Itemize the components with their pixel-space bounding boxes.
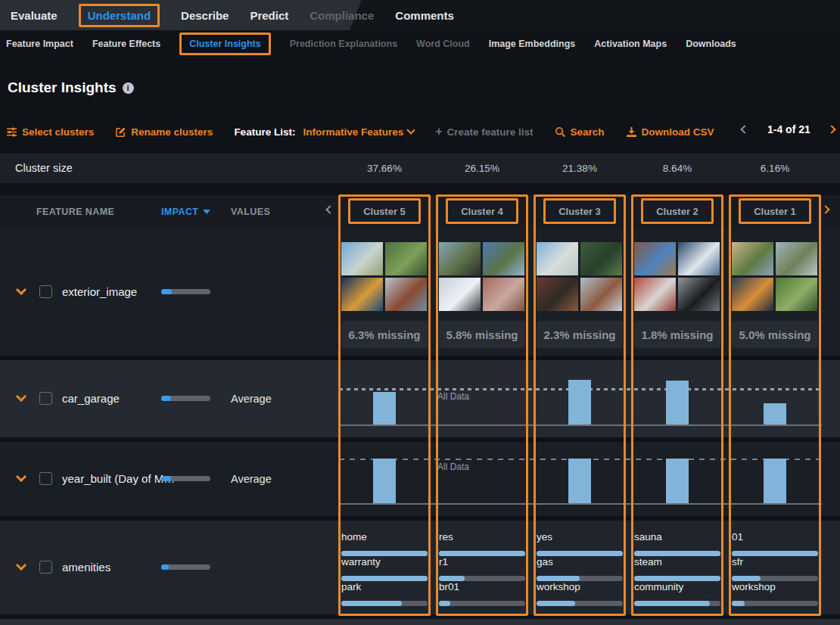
word-frequency-fill: [341, 551, 428, 556]
sub-nav-word-cloud: Word Cloud: [416, 39, 470, 49]
sample-image: [678, 242, 720, 275]
feature-name: car_garage: [62, 392, 120, 405]
top-nav-understand[interactable]: Understand: [79, 4, 160, 27]
sample-image: [580, 242, 622, 275]
amenity-word: workshop: [732, 581, 776, 592]
rename-clusters-button[interactable]: Rename clusters: [115, 126, 213, 138]
top-nav-comments[interactable]: Comments: [395, 9, 454, 22]
word-frequency-bar: [634, 576, 720, 581]
word-frequency-fill: [341, 601, 402, 606]
toolbar: Select clusters Rename clusters Feature …: [6, 121, 714, 142]
download-csv-button[interactable]: Download CSV: [626, 126, 714, 138]
sub-nav-feature-impact[interactable]: Feature Impact: [6, 39, 73, 49]
top-nav: Evaluate Understand Describe Predict Com…: [11, 0, 454, 30]
sub-nav-prediction-explanations: Prediction Explanations: [290, 39, 397, 49]
info-icon[interactable]: i: [123, 82, 134, 94]
cluster-bar: [666, 381, 689, 424]
cluster-column-header[interactable]: Cluster 1: [739, 198, 811, 224]
pagination-prev-icon[interactable]: [740, 125, 748, 133]
word-frequency-bar: [732, 601, 818, 606]
word-frequency-bar: [634, 601, 720, 606]
chart-baseline: [339, 424, 822, 426]
feature-value: Average: [231, 473, 272, 485]
impact-bar: [161, 476, 210, 481]
sample-image: [634, 242, 676, 275]
sub-nav-downloads[interactable]: Downloads: [686, 39, 736, 49]
pagination: 1-4 of 21: [742, 123, 835, 135]
word-frequency-fill: [439, 551, 525, 556]
impact-bar-fill: [161, 564, 169, 570]
row-checkbox[interactable]: [39, 472, 52, 485]
sample-image: [732, 278, 773, 311]
feature-value: Average: [231, 393, 272, 405]
amenity-word: workshop: [537, 581, 580, 592]
top-nav-describe[interactable]: Describe: [181, 9, 229, 22]
page-title: Cluster Insightsi: [8, 79, 134, 96]
word-frequency-bar: [537, 551, 623, 556]
word-frequency-bar: [537, 601, 623, 606]
search-button[interactable]: Search: [555, 126, 605, 138]
sample-image: [341, 242, 383, 275]
cluster-size-value: 26.15%: [439, 163, 525, 174]
word-frequency-bar: [537, 576, 623, 581]
feature-list-label: Feature List:: [234, 126, 295, 138]
sub-nav-activation-maps[interactable]: Activation Maps: [594, 39, 667, 49]
amenity-word: yes: [537, 531, 552, 543]
plus-icon: +: [435, 125, 442, 138]
amenity-word: steam: [634, 556, 662, 567]
amenity-word: br01: [439, 581, 459, 592]
sample-image: [634, 278, 676, 311]
word-frequency-bar: [439, 601, 525, 606]
sample-image: [537, 278, 578, 311]
sub-nav-image-embeddings[interactable]: Image Embeddings: [489, 39, 576, 49]
cluster-column-header[interactable]: Cluster 2: [641, 198, 714, 224]
cluster-bar: [764, 459, 786, 503]
amenity-word: r1: [439, 556, 448, 567]
word-frequency-fill: [537, 601, 575, 606]
word-frequency-fill: [732, 576, 761, 581]
top-nav-predict[interactable]: Predict: [250, 9, 288, 22]
word-frequency-bar: [341, 576, 428, 581]
amenity-word: sfr: [732, 556, 743, 567]
col-header-impact[interactable]: IMPACT: [161, 207, 210, 217]
word-frequency-fill: [732, 551, 818, 556]
row-checkbox[interactable]: [39, 392, 52, 405]
cluster-bar: [764, 403, 786, 424]
select-clusters-button[interactable]: Select clusters: [6, 126, 94, 138]
amenity-word: 01: [732, 531, 743, 543]
cluster-column-header[interactable]: Cluster 3: [543, 198, 616, 224]
word-frequency-fill: [439, 576, 465, 581]
sample-image: [776, 278, 817, 311]
missing-percentage-badge: 1.8% missing: [634, 321, 720, 348]
sub-nav-cluster-insights[interactable]: Cluster Insights: [179, 33, 270, 55]
sample-image: [483, 278, 524, 311]
word-frequency-fill: [341, 576, 428, 581]
cluster-bar: [373, 392, 396, 424]
cluster-column-header[interactable]: Cluster 5: [348, 198, 421, 224]
amenity-word: res: [439, 531, 453, 543]
search-icon: [555, 126, 566, 138]
pagination-next-icon[interactable]: [827, 125, 835, 133]
missing-percentage-badge: 5.0% missing: [732, 321, 818, 348]
row-checkbox[interactable]: [39, 285, 52, 298]
sample-image: [580, 278, 622, 311]
sample-image: [385, 278, 427, 311]
cluster-size-value: 6.16%: [732, 163, 818, 174]
word-frequency-fill: [634, 601, 710, 606]
missing-percentage-badge: 5.8% missing: [439, 321, 525, 348]
sub-nav-feature-effects[interactable]: Feature Effects: [92, 39, 160, 49]
cluster-column-header[interactable]: Cluster 4: [446, 198, 518, 224]
top-nav-evaluate[interactable]: Evaluate: [11, 9, 58, 22]
cluster-bar: [373, 459, 396, 503]
word-frequency-bar: [439, 551, 525, 556]
feature-list-dropdown[interactable]: Informative Features: [303, 126, 414, 138]
feature-name: amenities: [62, 561, 110, 574]
edit-icon: [115, 126, 126, 138]
row-checkbox[interactable]: [39, 561, 52, 574]
sample-image: [483, 242, 524, 275]
cluster-bar: [568, 380, 591, 424]
sub-nav: Feature Impact Feature Effects Cluster I…: [6, 30, 736, 58]
word-frequency-bar: [634, 551, 720, 556]
cluster-size-value: 8.64%: [634, 163, 720, 174]
sample-image: [678, 278, 720, 311]
